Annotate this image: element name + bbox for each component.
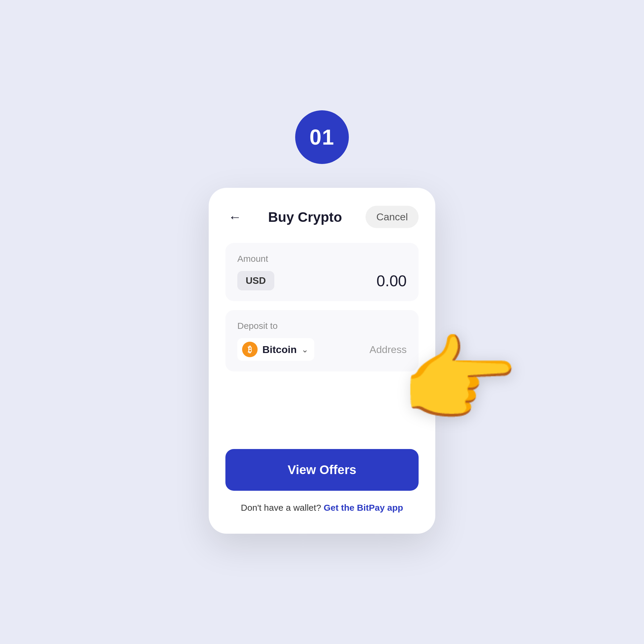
phone-header: ← Buy Crypto Cancel xyxy=(225,206,419,228)
currency-badge[interactable]: USD xyxy=(237,271,274,290)
content-spacer xyxy=(225,389,419,449)
deposit-row: ₿ Bitcoin ⌄ Address xyxy=(237,338,407,361)
cancel-button[interactable]: Cancel xyxy=(366,206,419,228)
deposit-label: Deposit to xyxy=(237,321,407,331)
wallet-footer: Don't have a wallet? Get the BitPay app xyxy=(225,503,419,513)
back-arrow-icon: ← xyxy=(228,210,241,225)
amount-value[interactable]: 0.00 xyxy=(377,272,407,290)
get-bitpay-link[interactable]: Get the BitPay app xyxy=(323,503,403,513)
deposit-section: Deposit to ₿ Bitcoin ⌄ Address xyxy=(225,310,419,371)
page-container: 01 ← Buy Crypto Cancel Amount USD 0.00 xyxy=(0,0,644,644)
back-button[interactable]: ← xyxy=(225,208,244,227)
view-offers-button[interactable]: View Offers xyxy=(225,449,419,491)
amount-section: Amount USD 0.00 xyxy=(225,243,419,301)
wallet-text-static: Don't have a wallet? xyxy=(241,503,321,513)
phone-card: ← Buy Crypto Cancel Amount USD 0.00 Depo… xyxy=(209,188,435,534)
address-label[interactable]: Address xyxy=(369,344,407,355)
bitcoin-icon: ₿ xyxy=(242,342,258,357)
crypto-selector[interactable]: ₿ Bitcoin ⌄ xyxy=(237,338,314,361)
amount-label: Amount xyxy=(237,254,407,264)
phone-wrapper: ← Buy Crypto Cancel Amount USD 0.00 Depo… xyxy=(209,188,435,534)
page-title: Buy Crypto xyxy=(268,209,342,225)
crypto-name: Bitcoin xyxy=(262,344,297,355)
chevron-down-icon: ⌄ xyxy=(301,345,308,354)
amount-row: USD 0.00 xyxy=(237,271,407,290)
step-badge: 01 xyxy=(295,110,349,164)
step-number: 01 xyxy=(309,125,335,149)
